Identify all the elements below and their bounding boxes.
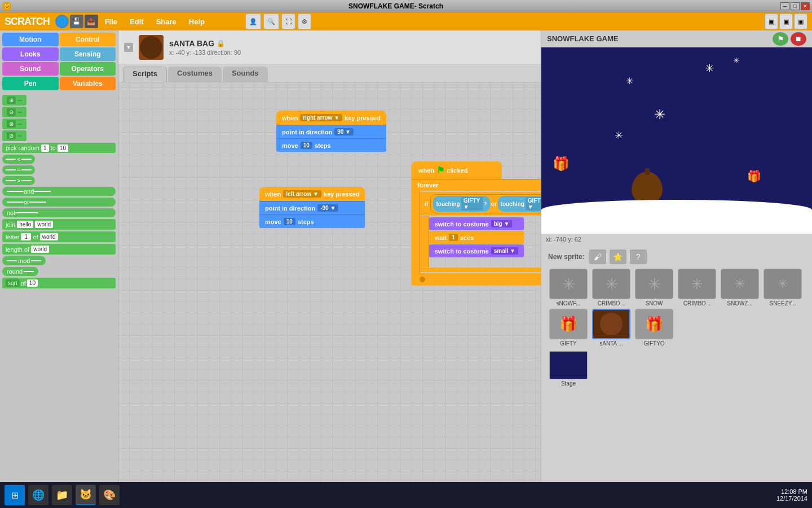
- sprite-thumb-crimbo2[interactable]: ✳ CRIMBO...: [677, 269, 717, 306]
- share-button[interactable]: 📤: [85, 15, 98, 28]
- file-menu[interactable]: File: [99, 15, 123, 28]
- language-button[interactable]: 🌐: [55, 15, 69, 28]
- operators-category[interactable]: Operators: [60, 62, 116, 76]
- taskbar-paint[interactable]: 🎨: [99, 485, 120, 505]
- sprite-thumb-snow[interactable]: ✳ SNOW: [634, 269, 674, 306]
- pick-random-end[interactable]: 10: [58, 144, 68, 152]
- stamp-sprite-btn[interactable]: ⭐: [610, 249, 626, 264]
- taskbar-ie[interactable]: 🌐: [28, 485, 48, 505]
- close-button[interactable]: ✕: [801, 2, 810, 10]
- stage-thumb[interactable]: Stage: [548, 351, 589, 387]
- control-category[interactable]: Control: [60, 33, 116, 46]
- pick-random-block[interactable]: pick random 1 to 10: [2, 143, 116, 153]
- save-button[interactable]: 💾: [70, 15, 83, 28]
- sprite-thumb-sneezy[interactable]: ✳ SNEEZY...: [762, 269, 803, 306]
- help-menu[interactable]: Help: [183, 15, 210, 28]
- sprite-label-santa: sANTA ...: [599, 340, 623, 347]
- move-steps-block[interactable]: move 10 steps: [276, 138, 386, 152]
- right-arrow-hat[interactable]: when right arrow ▼ key pressed: [276, 111, 386, 125]
- red-stop[interactable]: ⏹: [791, 32, 806, 46]
- less-than-block[interactable]: <: [2, 155, 35, 164]
- left-arrow-key[interactable]: left arrow ▼: [283, 190, 321, 198]
- minus-block[interactable]: ⊖: [2, 107, 27, 117]
- share-menu[interactable]: Share: [151, 15, 182, 28]
- forever-label[interactable]: forever: [412, 179, 541, 191]
- move-steps-block2[interactable]: move 10 steps: [259, 214, 365, 228]
- sqrt-block[interactable]: sqrt of 10: [2, 278, 116, 288]
- costumes-tab[interactable]: Costumes: [168, 67, 222, 82]
- steps-val2[interactable]: 10: [284, 218, 295, 225]
- random-sprite-btn[interactable]: ?: [630, 249, 647, 264]
- left-arrow-hat[interactable]: when left arrow ▼ key pressed: [259, 187, 365, 201]
- motion-category[interactable]: Motion: [2, 33, 59, 46]
- switch-costume-small[interactable]: switch to costume small ▼: [429, 244, 524, 257]
- sprite-thumb-gifty[interactable]: 🎁 GIFTY: [548, 309, 589, 347]
- minimize-button[interactable]: ─: [780, 2, 789, 10]
- sprite-thumb-crimbo1[interactable]: ✳ CRIMBO...: [591, 269, 632, 306]
- edit-menu[interactable]: Edit: [124, 15, 149, 28]
- touching-gifty[interactable]: touching GIFTY ▼ ?: [433, 196, 489, 212]
- giftyo-dropdown[interactable]: GIFTYO ▼: [526, 197, 541, 211]
- gifty-dropdown[interactable]: GIFTY ▼: [461, 197, 483, 211]
- collapse-button[interactable]: ▼: [124, 43, 133, 52]
- letter-of-block[interactable]: letter 1 of world: [2, 231, 116, 242]
- taskbar-scratch[interactable]: 🐱: [76, 485, 96, 505]
- mult-block[interactable]: ⊗: [2, 119, 27, 129]
- app-icon: 🐱: [2, 2, 11, 11]
- maximize-button[interactable]: □: [791, 2, 800, 10]
- wait-block[interactable]: wait 1 secs: [429, 231, 524, 244]
- and-block[interactable]: and: [2, 187, 116, 196]
- join-block[interactable]: join hello world: [2, 219, 116, 230]
- paint-sprite-btn[interactable]: 🖌: [589, 249, 606, 264]
- sprite-thumb-giftyo[interactable]: 🎁 GIFTYO: [634, 309, 674, 347]
- sounds-tab[interactable]: Sounds: [223, 67, 268, 82]
- right-arrow-key[interactable]: right arrow ▼: [300, 114, 342, 121]
- wait-val[interactable]: 1: [449, 234, 458, 241]
- direction-val[interactable]: 90 ▼: [334, 128, 354, 135]
- settings-button[interactable]: ⚙: [298, 14, 311, 29]
- looks-category[interactable]: Looks: [2, 47, 59, 61]
- if-block[interactable]: if touching GIFTY ▼ ? or touchi: [420, 192, 541, 216]
- greater-than-block[interactable]: >: [2, 176, 35, 185]
- point-dir-neg-block[interactable]: point in direction -90 ▼: [259, 201, 365, 214]
- green-flag-run[interactable]: ⚑: [773, 32, 788, 46]
- variables-category[interactable]: Variables: [60, 77, 116, 90]
- zoom-button[interactable]: 🔍: [263, 14, 279, 29]
- sensing-category[interactable]: Sensing: [60, 47, 116, 61]
- round-block[interactable]: round: [2, 267, 38, 276]
- or-block[interactable]: or: [2, 198, 116, 207]
- equals-block[interactable]: =: [2, 165, 35, 174]
- div-block[interactable]: ⊘: [2, 130, 27, 141]
- sprite-thumb-snowf1[interactable]: ✳ sNOWF...: [548, 269, 589, 306]
- add-block[interactable]: ⊕: [2, 95, 27, 106]
- main-layout: Motion Control Looks Sensing Sound Opera…: [0, 30, 812, 482]
- pick-random-from[interactable]: 1: [41, 144, 49, 152]
- switch-costume-big[interactable]: switch to costume big ▼: [429, 217, 524, 230]
- layout-btn2[interactable]: ▣: [779, 14, 793, 29]
- or-condition[interactable]: touching GIFTY ▼ ? or touching GIFTYO ▼ …: [430, 194, 541, 213]
- stage-thumb-img: [549, 351, 588, 379]
- small-dropdown[interactable]: small ▼: [491, 247, 518, 255]
- layout-btn3[interactable]: ▣: [794, 14, 807, 29]
- scripts-tab[interactable]: Scripts: [123, 67, 167, 82]
- start-button[interactable]: ⊞: [5, 485, 25, 505]
- sprite-thumb-santa[interactable]: sANTA ...: [591, 309, 632, 347]
- user-button[interactable]: 👤: [245, 14, 261, 29]
- steps-val[interactable]: 10: [301, 142, 312, 149]
- point-direction-block[interactable]: point in direction 90 ▼: [276, 125, 386, 138]
- touching-giftyo[interactable]: touching GIFTYO ▼ ?: [498, 196, 541, 212]
- fullscreen-button[interactable]: ⛶: [281, 14, 295, 29]
- forever-cap-dot: [420, 277, 425, 282]
- big-dropdown[interactable]: big ▼: [491, 220, 513, 227]
- length-block[interactable]: length of world: [2, 244, 116, 255]
- sound-category[interactable]: Sound: [2, 62, 59, 76]
- not-block[interactable]: not: [2, 208, 116, 217]
- pen-category[interactable]: Pen: [2, 77, 59, 90]
- taskbar-explorer[interactable]: 📁: [52, 485, 72, 505]
- scripts-area[interactable]: when right arrow ▼ key pressed point in …: [118, 82, 541, 482]
- green-flag-hat[interactable]: when ⚑ clicked: [412, 161, 502, 179]
- layout-btn1[interactable]: ▣: [765, 14, 778, 29]
- mod-block[interactable]: mod: [2, 256, 46, 265]
- sprite-thumb-snowz[interactable]: ✳ SNOWZ...: [720, 269, 760, 306]
- neg-direction-val[interactable]: -90 ▼: [317, 204, 338, 212]
